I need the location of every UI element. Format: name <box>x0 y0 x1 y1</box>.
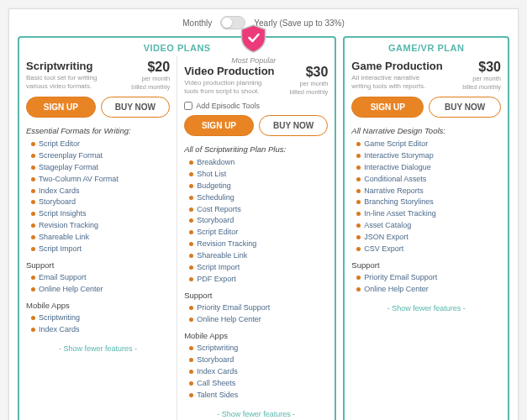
list-item: Revision Tracking <box>189 239 328 250</box>
list-item: Index Cards <box>189 366 328 378</box>
price-per: per month <box>289 80 328 88</box>
mobile-heading: Mobile Apps <box>184 331 328 340</box>
feature-list: Game Script EditorInteractive StorymapIn… <box>351 139 501 255</box>
list-item: Branching Storylines <box>356 197 501 208</box>
list-item: Shareable Link <box>31 232 170 244</box>
list-item: Screenplay Format <box>31 150 170 162</box>
mobile-list: ScriptwritingStoryboardIndex CardsCall S… <box>184 343 328 402</box>
list-item: Storyboard <box>189 215 328 227</box>
game-plan-header: GAME/VR PLAN <box>350 43 503 53</box>
badge-label: Most Popular <box>231 56 276 65</box>
show-fewer-link[interactable]: - Show fewer features - <box>184 410 328 418</box>
price-billed: billed monthly <box>289 88 328 97</box>
signup-button[interactable]: SIGN UP <box>351 97 424 118</box>
list-item: Script Editor <box>31 139 170 150</box>
show-fewer-link[interactable]: - Show fewer features - <box>26 344 170 353</box>
plan-price: $30 <box>462 60 501 75</box>
price-per: per month <box>131 75 170 83</box>
price-per: per month <box>462 75 501 83</box>
list-item: Talent Sides <box>189 390 328 402</box>
plan-tagline: All interactive narrative writing tools … <box>351 74 435 92</box>
plan-video-production: Most Popular Video Production Video prod… <box>177 56 329 420</box>
most-popular-badge: Most Popular <box>231 24 276 65</box>
buynow-button[interactable]: BUY NOW <box>429 97 501 118</box>
plan-game-production: Game Production All interactive narrativ… <box>350 56 503 316</box>
list-item: Cost Reports <box>189 204 328 216</box>
list-item: Priority Email Support <box>189 302 328 314</box>
list-item: Script Insights <box>31 208 170 220</box>
list-item: Online Help Center <box>189 314 328 326</box>
list-item: Interactive Storymap <box>356 150 501 162</box>
support-heading: Support <box>184 291 328 300</box>
buynow-button[interactable]: BUY NOW <box>259 115 329 136</box>
support-heading: Support <box>26 260 170 270</box>
plan-price: $30 <box>289 65 328 80</box>
list-item: Index Cards <box>31 324 170 336</box>
list-item: Online Help Center <box>356 284 501 296</box>
list-item: Shareable Link <box>189 250 328 262</box>
plan-tagline: Video production planning tools from scr… <box>184 79 268 97</box>
list-item: Breakdown <box>189 157 328 169</box>
support-list: Priority Email SupportOnline Help Center <box>351 272 501 296</box>
plan-tagline: Basic tool set for writing various video… <box>26 74 110 92</box>
list-item: Revision Tracking <box>31 220 170 232</box>
feature-list: BreakdownShot ListBudgetingSchedulingCos… <box>184 157 328 286</box>
video-plans-group: VIDEO PLANS Scriptwriting Basic tool set… <box>18 36 336 420</box>
list-item: Script Import <box>31 244 170 255</box>
list-item: Storyboard <box>31 197 170 208</box>
features-heading: All of Scriptwriting Plan Plus: <box>184 144 328 154</box>
list-item: Game Script Editor <box>356 139 501 150</box>
game-plan-group: GAME/VR PLAN Game Production All interac… <box>343 36 509 420</box>
billing-monthly-label: Monthly <box>182 18 212 28</box>
list-item: Interactive Dialogue <box>356 162 501 174</box>
list-item: PDF Export <box>189 274 328 286</box>
mobile-list: ScriptwritingIndex Cards <box>26 312 170 336</box>
features-heading: Essential Formats for Writing: <box>26 126 170 135</box>
episodic-addon[interactable]: Add Episodic Tools <box>184 102 328 110</box>
list-item: Scheduling <box>189 192 328 204</box>
list-item: Storyboard <box>189 354 328 366</box>
list-item: CSV Export <box>356 244 501 255</box>
show-fewer-link[interactable]: - Show fewer features - <box>351 304 501 312</box>
list-item: Email Support <box>31 272 170 284</box>
list-item: Asset Catalog <box>356 220 501 232</box>
list-item: Shot List <box>189 169 328 181</box>
list-item: Script Import <box>189 262 328 274</box>
plan-name: Video Production <box>184 65 274 77</box>
plan-scriptwriting: Scriptwriting Basic tool set for writing… <box>24 56 171 420</box>
list-item: Index Cards <box>31 186 170 197</box>
episodic-label: Add Episodic Tools <box>196 102 260 110</box>
list-item: Narrative Reports <box>356 186 501 197</box>
list-item: Two-Column AV Format <box>31 174 170 186</box>
list-item: In-line Asset Tracking <box>356 208 501 220</box>
feature-list: Script EditorScreenplay FormatStageplay … <box>26 139 170 255</box>
support-list: Email SupportOnline Help Center <box>26 272 170 296</box>
list-item: Priority Email Support <box>356 272 501 284</box>
plan-price: $20 <box>131 60 170 75</box>
list-item: Budgeting <box>189 181 328 192</box>
video-plans-header: VIDEO PLANS <box>24 43 329 53</box>
features-heading: All Narrative Design Tools: <box>351 126 501 135</box>
list-item: Scriptwriting <box>31 312 170 324</box>
list-item: Conditional Assets <box>356 174 501 186</box>
list-item: Call Sheets <box>189 378 328 390</box>
shield-icon <box>240 24 267 53</box>
list-item: Scriptwriting <box>189 343 328 354</box>
list-item: Online Help Center <box>31 284 170 296</box>
plan-name: Game Production <box>351 60 442 72</box>
pricing-panel: Monthly Yearly (Save up to 33%) VIDEO PL… <box>8 8 519 420</box>
mobile-heading: Mobile Apps <box>26 301 170 310</box>
list-item: Stageplay Format <box>31 162 170 174</box>
plan-name: Scriptwriting <box>26 60 110 72</box>
list-item: JSON Export <box>356 232 501 244</box>
buynow-button[interactable]: BUY NOW <box>101 97 171 118</box>
episodic-checkbox[interactable] <box>184 102 192 110</box>
signup-button[interactable]: SIGN UP <box>184 115 254 136</box>
price-billed: billed monthly <box>131 83 170 92</box>
list-item: Script Editor <box>189 227 328 239</box>
signup-button[interactable]: SIGN UP <box>26 97 96 118</box>
support-list: Priority Email SupportOnline Help Center <box>184 302 328 326</box>
price-billed: billed monthly <box>462 83 501 92</box>
support-heading: Support <box>351 260 501 270</box>
